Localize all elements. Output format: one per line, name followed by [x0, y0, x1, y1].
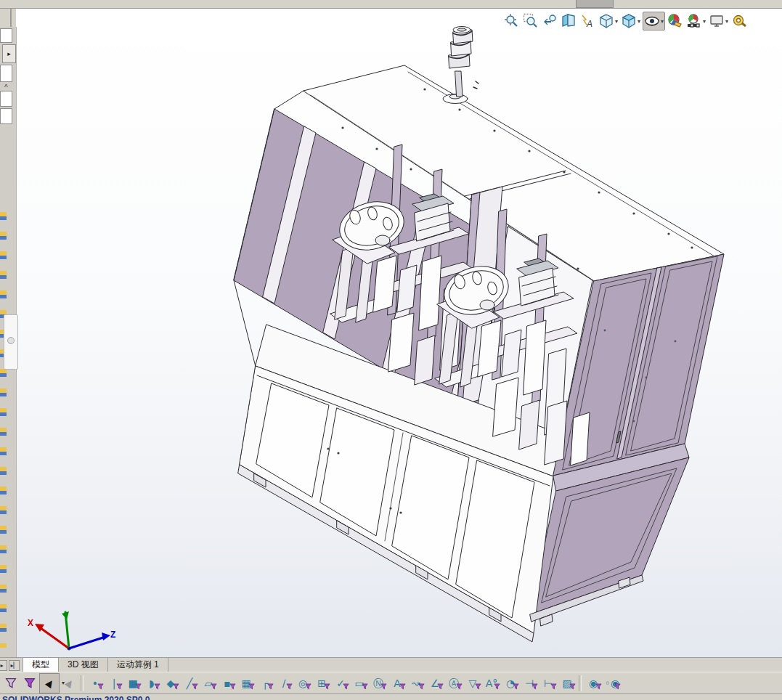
edit-appearance-icon [667, 13, 683, 29]
filter-sketch-points-icon[interactable]: ▪ [218, 674, 237, 693]
filter-vertices-icon[interactable]: • [86, 674, 105, 693]
dropdown-arrow-icon[interactable]: ▾ [615, 18, 618, 25]
tab-nav-buttons: ▸ ▸▏ [0, 658, 20, 671]
filter-faces-icon[interactable]: ■ [123, 674, 142, 693]
menu-bar-remnant [0, 0, 782, 9]
dropdown-arrow-icon[interactable]: ▾ [638, 18, 640, 25]
dropdown-arrow-icon[interactable]: ▾ [703, 18, 706, 25]
view-orientation-icon [598, 13, 614, 29]
filter-weld-symbols-icon[interactable]: ∠ [425, 674, 444, 693]
document-tab-bar: ▸ ▸▏ 模型 3D 视图 运动算例 1 [0, 657, 782, 672]
command-tab[interactable]: 装配体 [0, 9, 11, 27]
hide-show-items-icon [644, 13, 660, 29]
filter-sketches-icon[interactable]: ▦ [237, 674, 256, 693]
filter-surface-bodies-icon[interactable]: ◗ [142, 674, 161, 693]
previous-view-icon [542, 13, 558, 29]
zoom-to-area-icon [523, 13, 539, 29]
view-settings-icon [709, 13, 725, 29]
filter-solid-bodies-icon[interactable]: ◆ [161, 674, 180, 693]
hide-all-filters-icon[interactable] [1, 674, 20, 693]
filter-balloons-icon[interactable]: ◔ [501, 674, 520, 693]
dropdown-arrow-icon[interactable]: ▾ [661, 18, 664, 25]
measure-icon [731, 13, 747, 29]
panel-splitter-handle[interactable] [4, 314, 18, 370]
dropdown-arrow-icon[interactable]: ▾ [725, 18, 728, 25]
feature-tree-partial-box [0, 91, 12, 107]
graphics-viewport[interactable]: X Z [16, 9, 782, 657]
filter-axes-icon[interactable]: ╱ [180, 674, 199, 693]
flyout-expand-button[interactable]: ▸ [2, 44, 16, 63]
status-bar: SOLIDWORKS Premium 2020 SP0.0 [0, 693, 782, 700]
toolbar-separator [81, 675, 84, 691]
filter-center-marks-icon[interactable]: ◎ [293, 674, 312, 693]
document-tab[interactable]: 模型 [23, 658, 59, 672]
filter-planes-icon[interactable]: ▱ [199, 674, 218, 693]
filter-surface-finish-icon[interactable]: ✓ [331, 674, 350, 693]
filter-dowel-symbols-icon[interactable]: ◦◉ [603, 674, 622, 693]
status-text: SOLIDWORKS Premium 2020 SP0.0 [2, 695, 150, 700]
filter-geometric-tolerance-icon[interactable]: Ⓐ [444, 674, 463, 693]
tab-nav-forward-button[interactable]: ▸ [0, 660, 7, 671]
splitter-grip-icon [7, 337, 15, 344]
lasso-select-icon[interactable]: ▶ [60, 674, 78, 693]
filter-connection-points-icon[interactable]: ⊣ [520, 674, 539, 693]
filter-datum-features-icon[interactable]: A° [482, 674, 501, 693]
filter-annotations-icon[interactable]: A [388, 674, 407, 693]
filter-midpoints-icon[interactable]: ∕ [274, 674, 293, 693]
3d-model[interactable]: X Z [16, 9, 782, 657]
filter-hatch-icon[interactable]: ▨ [558, 674, 577, 693]
filter-splines-icon[interactable]: ↝ [407, 674, 425, 693]
zoom-to-fit-icon [504, 13, 520, 29]
selection-filter-toolbar: ▶▾▶•|■◗◆╱▱▪▦┌∕◎⊞✓▭ⓃA↝∠Ⓐ▽A°◔⊣⊢▨◉◦◉ [0, 672, 782, 693]
filter-sketch-segments-icon[interactable]: ┌ [256, 674, 274, 693]
section-view-icon [561, 13, 577, 29]
reference-triad: X Z [28, 611, 115, 651]
filter-edges-icon[interactable]: | [105, 674, 123, 693]
feature-tree-partial-box [0, 28, 12, 43]
feature-tree-clipped-icons [0, 212, 7, 648]
feature-manager-strip: ▸ ^ [0, 27, 17, 657]
partial-toolbar-button[interactable] [576, 0, 614, 8]
feature-tree-partial-box [0, 65, 12, 82]
tab-nav-last-button[interactable]: ▸▏ [9, 660, 20, 671]
feature-tree-partial-box [0, 108, 12, 124]
apply-scene-icon [686, 13, 702, 29]
triad-z-label: Z [110, 630, 115, 640]
filter-routing-points-icon[interactable]: ⊢ [539, 674, 558, 693]
filter-patterns-icon[interactable]: ⊞ [312, 674, 331, 693]
display-style-icon [621, 13, 637, 29]
triad-x-label: X [28, 618, 33, 628]
filter-dimensions-icon[interactable]: ▭ [350, 674, 369, 693]
select-arrow-icon[interactable]: ▶▾ [39, 673, 60, 693]
filter-toggle-icon[interactable] [20, 674, 39, 693]
filter-notes-icon[interactable]: Ⓝ [369, 674, 388, 693]
filter-cosmetic-threads-icon[interactable]: ◉ [584, 674, 603, 693]
dynamic-annotation-views-icon: A [579, 13, 595, 29]
svg-text:A: A [586, 19, 592, 29]
heads-up-view-toolbar: A ▾ ▾ ▾ ▾ ▾ [503, 10, 748, 32]
document-tab[interactable]: 3D 视图 [59, 658, 108, 672]
document-tab[interactable]: 运动算例 1 [108, 658, 168, 672]
toolbar-separator [579, 675, 582, 691]
filter-datum-targets-icon[interactable]: ▽ [463, 674, 482, 693]
